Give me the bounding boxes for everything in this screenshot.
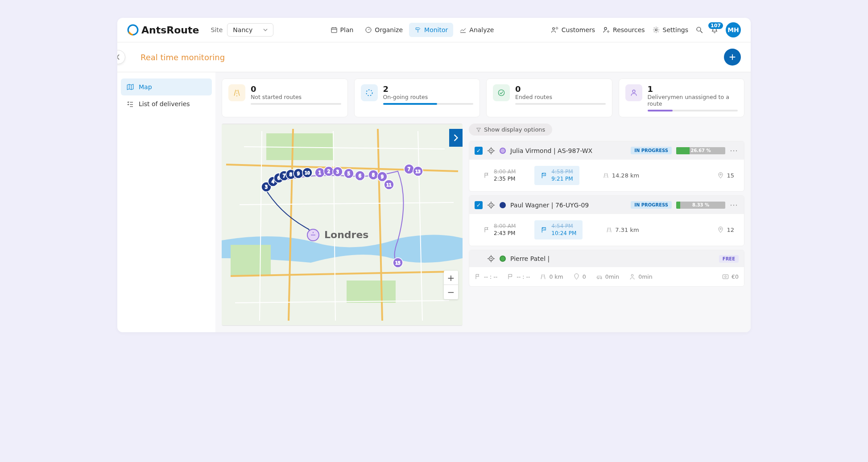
svg-line-6 [368, 29, 370, 30]
main-content: 0 Not started routes 2 On-going routes [215, 72, 751, 332]
filter-icon [476, 127, 481, 132]
svg-point-8 [553, 28, 555, 30]
route-status-free: FREE [719, 255, 739, 263]
route-progress-0: 26.67 % [676, 147, 725, 154]
nav-organize[interactable]: Organize [360, 23, 408, 37]
person-icon [625, 84, 642, 101]
route-status-0: IN PROGRESS [631, 147, 672, 154]
notifications-button[interactable]: 107 [711, 26, 719, 34]
route-stops-0: 15 [727, 172, 734, 179]
stat-ended-value: 0 [515, 84, 606, 94]
svg-point-17 [366, 90, 372, 95]
route-header-1[interactable]: ✓ Paul Wagner | 76-UYG-09 IN PROGRESS 8.… [469, 196, 744, 214]
calendar-icon [331, 26, 338, 33]
svg-text:13: 13 [415, 169, 420, 174]
nav-monitor[interactable]: Monitor [409, 23, 453, 37]
nav-monitor-label: Monitor [424, 26, 448, 33]
svg-point-18 [498, 90, 504, 95]
plus-icon [728, 53, 736, 61]
stat-ended-label: Ended routes [515, 94, 606, 100]
tool-resources[interactable]: Resources [602, 26, 645, 34]
chart-icon [459, 26, 467, 33]
locate-icon[interactable] [487, 201, 495, 209]
svg-point-62 [491, 150, 492, 151]
stat-ongoing[interactable]: 2 On-going routes [354, 78, 480, 117]
sidebar: Map List of deliveries [117, 72, 215, 332]
chevron-right-icon [453, 134, 459, 141]
svg-point-9 [556, 27, 558, 29]
locate-icon[interactable] [487, 147, 495, 155]
tool-customers[interactable]: Customers [551, 26, 595, 34]
svg-point-69 [720, 174, 721, 175]
svg-rect-23 [347, 280, 396, 303]
stats-row: 0 Not started routes 2 On-going routes [222, 78, 744, 117]
chevron-down-icon [263, 28, 268, 32]
svg-point-11 [608, 31, 609, 32]
svg-point-71 [491, 204, 492, 206]
site-dropdown[interactable]: Nancy [227, 23, 273, 37]
route-detail-free: -- : -- -- : -- 0 km 0 0min 0min €0 [469, 267, 744, 286]
map-view[interactable]: Londres 1 2 3 5 6 8 9 11 [222, 124, 463, 326]
gauge-icon [365, 26, 372, 33]
svg-rect-68 [544, 174, 545, 175]
svg-text:10: 10 [305, 171, 310, 175]
user-avatar[interactable]: MH [726, 22, 741, 37]
flag-start-icon [484, 227, 490, 233]
route-status-1: IN PROGRESS [631, 201, 672, 209]
stat-ended[interactable]: 0 Ended routes [486, 78, 612, 117]
route-detail-0: 8:00 AM2:35 PM 4:58 PM9:21 PM 14.28 km [469, 160, 744, 191]
road-icon [228, 84, 245, 101]
map-collapse-button[interactable] [449, 129, 463, 147]
svg-text:6: 6 [359, 173, 361, 178]
page-title: Real time monitoring [141, 53, 225, 62]
sidebar-map[interactable]: Map [121, 78, 212, 95]
nav-analyze-label: Analyze [469, 26, 494, 33]
route-header-0[interactable]: ✓ Julia Virmond | AS-987-WX IN PROGRESS … [469, 141, 744, 160]
stat-not-started[interactable]: 0 Not started routes [222, 78, 348, 117]
svg-point-85 [631, 275, 633, 277]
nav-analyze[interactable]: Analyze [454, 23, 499, 37]
back-button[interactable] [117, 50, 125, 64]
route-more-1[interactable]: ⋯ [730, 200, 739, 210]
map-city-label: Londres [324, 229, 368, 240]
stat-unassigned[interactable]: 1 Deliverymen unassigned to a route [619, 78, 745, 117]
person-gear-icon [602, 26, 610, 34]
route-stops-1: 12 [727, 227, 734, 233]
customers-label: Customers [562, 26, 595, 33]
flag-checkered-icon [507, 273, 514, 280]
svg-point-10 [604, 27, 607, 29]
route-more-0[interactable]: ⋯ [730, 146, 739, 155]
zoom-out-button[interactable]: − [444, 285, 458, 299]
route-header-free[interactable]: Pierre Patel | FREE [469, 250, 744, 267]
svg-text:5: 5 [347, 171, 350, 176]
stat-ongoing-value: 2 [383, 84, 474, 94]
pin-icon [717, 227, 724, 233]
zoom-in-button[interactable]: + [444, 271, 458, 285]
route-checkbox-0[interactable]: ✓ [475, 147, 483, 155]
search-button[interactable] [695, 26, 703, 34]
site-label: Site [211, 26, 223, 33]
route-color-0 [500, 148, 506, 154]
route-checkbox-1[interactable]: ✓ [475, 201, 483, 209]
nav-plan[interactable]: Plan [325, 23, 359, 37]
flag-start-icon [484, 172, 490, 179]
tool-settings[interactable]: Settings [652, 26, 688, 34]
list-check-icon [126, 100, 134, 108]
gear-icon [652, 26, 660, 34]
check-circle-icon [493, 84, 510, 101]
right-tools: Customers Resources Settings 107 MH [551, 22, 741, 37]
display-options-button[interactable]: Show display options [469, 124, 552, 136]
map-canvas: Londres 1 2 3 5 6 8 9 11 [222, 124, 463, 326]
route-row-1: ✓ Paul Wagner | 76-UYG-09 IN PROGRESS 8.… [469, 195, 744, 246]
flag-start-icon [475, 273, 481, 280]
notification-badge: 107 [708, 22, 723, 29]
road-small-icon [540, 273, 546, 280]
site-value: Nancy [233, 26, 252, 33]
sidebar-list[interactable]: List of deliveries [121, 95, 212, 112]
add-button[interactable] [724, 49, 741, 66]
logo: AntsRoute [127, 24, 199, 36]
locate-icon[interactable] [487, 255, 495, 263]
svg-point-78 [720, 228, 721, 230]
route-row-free: Pierre Patel | FREE -- : -- -- : -- 0 km… [469, 250, 744, 287]
svg-text:8: 8 [372, 173, 375, 177]
